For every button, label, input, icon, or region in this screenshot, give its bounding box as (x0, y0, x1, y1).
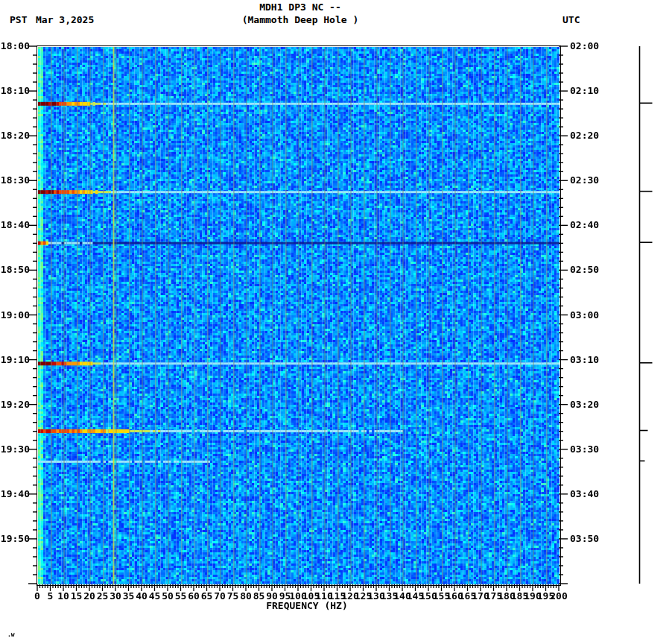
time-label-right: 02:30 (570, 175, 606, 186)
time-label-left: 18:10 (0, 86, 30, 96)
timezone-right-label: UTC (562, 15, 580, 25)
time-label-right: 03:50 (570, 534, 606, 544)
time-label-left: 18:00 (0, 41, 30, 51)
spectrogram-image (38, 47, 560, 584)
time-label-left: 18:20 (0, 130, 30, 141)
time-label-right: 02:10 (570, 86, 606, 96)
time-label-left: 18:50 (0, 265, 30, 275)
time-label-left: 19:20 (0, 400, 30, 410)
time-label-right: 02:20 (570, 130, 606, 141)
freq-tick-label: 200 (548, 591, 570, 601)
spectrogram-plot-frame (37, 45, 561, 586)
date-label: Mar 3,2025 (36, 15, 94, 25)
x-axis-title: FREQUENCY (HZ) (0, 601, 614, 611)
watermark-text: .w (7, 630, 15, 640)
timezone-left-label: PST (10, 15, 27, 25)
time-label-left: 19:30 (0, 444, 30, 455)
time-label-right: 03:40 (570, 489, 606, 499)
time-label-left: 18:30 (0, 175, 30, 186)
time-label-right: 02:00 (570, 41, 606, 51)
time-label-left: 19:40 (0, 489, 30, 499)
time-label-left: 19:00 (0, 310, 30, 321)
time-label-right: 03:10 (570, 355, 606, 365)
time-label-left: 18:40 (0, 220, 30, 230)
time-label-right: 03:00 (570, 310, 606, 321)
time-label-right: 02:40 (570, 220, 606, 230)
time-label-right: 03:20 (570, 400, 606, 410)
time-label-left: 19:50 (0, 534, 30, 544)
time-label-left: 19:10 (0, 355, 30, 365)
spectrogram-page: MDH1 DP3 NC -- (Mammoth Deep Hole ) PST … (0, 0, 672, 644)
time-label-right: 02:50 (570, 265, 606, 275)
time-label-right: 03:30 (570, 444, 606, 455)
page-title: MDH1 DP3 NC -- (0, 2, 600, 13)
